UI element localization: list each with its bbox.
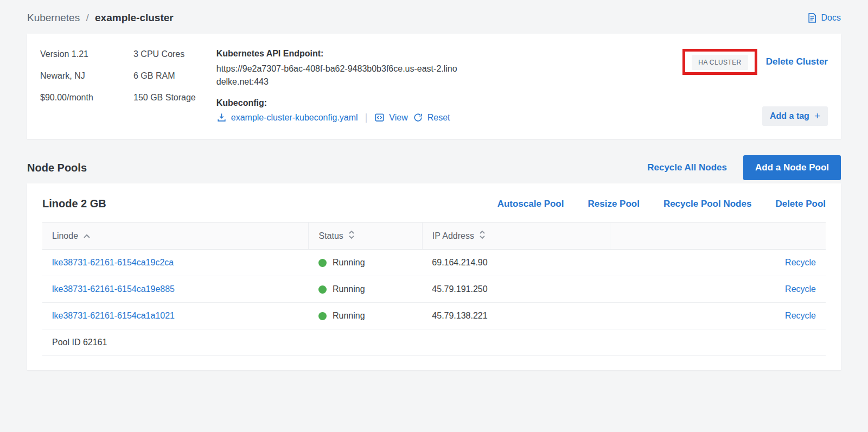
column-label-status: Status [318, 231, 343, 241]
recycle-node-link[interactable]: Recycle [785, 284, 816, 294]
ha-row: HA CLUSTER Delete Cluster [682, 49, 828, 75]
pool-name: Linode 2 GB [42, 198, 106, 210]
kubeconfig-download-link[interactable]: example-cluster-kubeconfig.yaml [216, 112, 358, 123]
spec-region: Newark, NJ [40, 71, 133, 81]
status-cell: Running [309, 250, 422, 276]
kubernetes-cluster-page: Kubernetes / example-cluster Docs Versio… [0, 0, 868, 370]
sort-both-icon [479, 230, 486, 242]
top-bar: Kubernetes / example-cluster Docs [27, 9, 841, 27]
recycle-pool-nodes-link[interactable]: Recycle Pool Nodes [663, 199, 752, 209]
status-running-dot [318, 259, 327, 267]
breadcrumb-current-cluster: example-cluster [95, 12, 174, 23]
sort-both-icon [348, 230, 355, 242]
cluster-summary-card: Version 1.21 3 CPU Cores Newark, NJ 6 GB… [27, 34, 841, 139]
linode-name-cell: lke38731-62161-6154ca19c2ca [42, 250, 309, 276]
pool-head: Linode 2 GB Autoscale Pool Resize Pool R… [42, 198, 826, 210]
linode-name-cell: lke38731-62161-6154ca19e885 [42, 276, 309, 303]
annotation-highlight-box: HA CLUSTER [682, 49, 757, 75]
node-pool-card: Linode 2 GB Autoscale Pool Resize Pool R… [27, 183, 841, 370]
linode-link[interactable]: lke38731-62161-6154ca19e885 [52, 284, 175, 294]
summary-right-column: HA CLUSTER Delete Cluster Add a tag + [682, 49, 828, 126]
recycle-node-link[interactable]: Recycle [785, 311, 816, 320]
column-label-linode: Linode [52, 231, 78, 241]
spec-version: Version 1.21 [40, 49, 133, 60]
linode-link[interactable]: lke38731-62161-6154ca1a1021 [52, 311, 175, 320]
spec-price: $90.00/month [40, 92, 133, 103]
table-header-row: Linode Status [42, 223, 826, 250]
pool-action-links: Autoscale Pool Resize Pool Recycle Pool … [497, 199, 826, 209]
column-label-ip: IP Address [432, 231, 474, 241]
api-endpoint-label: Kubernetes API Endpoint: [216, 49, 471, 59]
kubeconfig-row: example-cluster-kubeconfig.yaml | View [216, 112, 471, 123]
status-cell: Running [309, 276, 422, 303]
node-pools-title: Node Pools [27, 162, 87, 174]
pool-id-label: Pool ID 62161 [42, 329, 826, 356]
api-endpoint-url: https://9e2a7307-b6ac-408f-ba62-9483b0b3… [216, 62, 459, 88]
spec-ram: 6 GB RAM [133, 71, 196, 81]
delete-cluster-link[interactable]: Delete Cluster [766, 56, 828, 67]
docs-label: Docs [821, 13, 841, 23]
add-node-pool-button[interactable]: Add a Node Pool [743, 155, 841, 180]
status-label: Running [333, 284, 365, 294]
sort-ascending-icon [83, 231, 91, 241]
table-row: lke38731-62161-6154ca1a1021 Running 45.7… [42, 303, 826, 329]
status-cell: Running [309, 303, 422, 329]
ip-address-cell: 45.79.138.221 [422, 303, 610, 329]
nodes-table: Linode Status [42, 222, 826, 356]
table-row: lke38731-62161-6154ca19e885 Running 45.7… [42, 276, 826, 303]
table-row: lke38731-62161-6154ca19c2ca Running 69.1… [42, 250, 826, 276]
recycle-node-link[interactable]: Recycle [785, 258, 816, 267]
spec-cpu: 3 CPU Cores [133, 49, 196, 60]
node-pools-header: Node Pools Recycle All Nodes Add a Node … [27, 155, 841, 180]
node-pools-actions: Recycle All Nodes Add a Node Pool [647, 155, 841, 180]
cluster-specs: Version 1.21 3 CPU Cores Newark, NJ 6 GB… [40, 49, 196, 126]
code-view-icon [374, 112, 385, 123]
status-label: Running [333, 258, 365, 268]
delete-pool-link[interactable]: Delete Pool [775, 199, 826, 209]
reset-kubeconfig-link[interactable]: Reset [413, 112, 450, 123]
plus-icon: + [814, 112, 820, 120]
pool-footer-row: Pool ID 62161 [42, 329, 826, 356]
reset-icon [413, 112, 423, 123]
status-running-dot [318, 312, 327, 320]
view-kubeconfig-link[interactable]: View [374, 112, 407, 123]
add-tag-button[interactable]: Add a tag + [762, 106, 828, 126]
reset-label: Reset [427, 113, 450, 123]
add-tag-label: Add a tag [770, 111, 809, 121]
download-icon [216, 112, 227, 123]
ip-address-cell: 45.79.191.250 [422, 276, 610, 303]
status-label: Running [333, 311, 365, 321]
status-running-dot [318, 285, 327, 294]
docs-link[interactable]: Docs [807, 12, 841, 23]
view-label: View [389, 113, 407, 123]
spec-storage: 150 GB Storage [133, 92, 196, 103]
breadcrumb: Kubernetes / example-cluster [27, 12, 174, 24]
resize-pool-link[interactable]: Resize Pool [588, 199, 639, 209]
divider: | [365, 112, 368, 123]
column-header-ip[interactable]: IP Address [422, 223, 610, 250]
endpoint-block: Kubernetes API Endpoint: https://9e2a730… [216, 49, 471, 126]
linode-name-cell: lke38731-62161-6154ca1a1021 [42, 303, 309, 329]
ip-address-cell: 69.164.214.90 [422, 250, 610, 276]
column-header-status[interactable]: Status [309, 223, 422, 250]
recycle-cell: Recycle [610, 276, 826, 303]
autoscale-pool-link[interactable]: Autoscale Pool [497, 199, 564, 209]
column-header-linode[interactable]: Linode [42, 223, 309, 250]
breadcrumb-separator: / [86, 12, 88, 23]
recycle-all-nodes-link[interactable]: Recycle All Nodes [647, 162, 727, 173]
docs-icon [807, 12, 818, 23]
ha-cluster-chip: HA CLUSTER [692, 55, 748, 70]
kubeconfig-filename: example-cluster-kubeconfig.yaml [231, 113, 358, 123]
column-header-actions [610, 223, 826, 250]
recycle-cell: Recycle [610, 303, 826, 329]
breadcrumb-kubernetes-link[interactable]: Kubernetes [27, 12, 80, 23]
kubeconfig-label: Kubeconfig: [216, 98, 471, 108]
recycle-cell: Recycle [610, 250, 826, 276]
linode-link[interactable]: lke38731-62161-6154ca19c2ca [52, 258, 174, 267]
